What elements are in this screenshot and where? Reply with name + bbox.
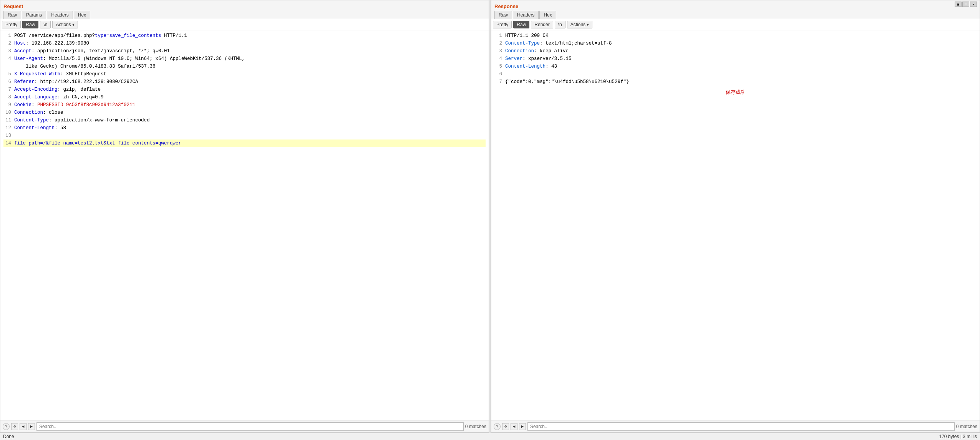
tab-raw-request[interactable]: Raw — [3, 11, 21, 19]
pretty-button-response[interactable]: Pretty — [493, 21, 512, 28]
request-line-1: 1 POST /service/app/files.php?type=save_… — [3, 32, 486, 40]
response-line-2: 2 Content-Type: text/html;charset=utf-8 — [494, 40, 977, 47]
request-line-4: 4 User-Agent: Mozilla/5.0 (Windows NT 10… — [3, 55, 486, 63]
tab-headers-request[interactable]: Headers — [47, 11, 73, 19]
match-count-response: 0 matches — [956, 424, 977, 429]
tile-button[interactable]: ▣ — [955, 2, 962, 7]
search-settings-button-request[interactable]: ⚙ — [11, 423, 18, 430]
status-right: 170 bytes | 3 millis — [939, 434, 977, 439]
request-tabs: Raw Params Headers Hex — [3, 11, 486, 19]
newline-button-response[interactable]: \n — [555, 21, 565, 28]
tab-headers-response[interactable]: Headers — [513, 11, 539, 19]
request-line-13: 13 — [3, 132, 486, 139]
request-line-5: 5 X-Requested-With: XMLHttpRequest — [3, 70, 486, 78]
request-line-6: 6 Referer: http://192.168.222.139:9080/C… — [3, 78, 486, 86]
request-line-10: 10 Connection: close — [3, 109, 486, 116]
match-count-request: 0 matches — [465, 424, 486, 429]
search-input-response[interactable] — [527, 422, 955, 431]
response-line-1: 1 HTTP/1.1 200 OK — [494, 32, 977, 40]
search-next-button-response[interactable]: ▶ — [519, 423, 526, 430]
request-line-2: 2 Host: 192.168.222.139:9080 — [3, 40, 486, 47]
request-line-9: 9 Cookie: PHPSESSID=9c53f8f8c903d9412a3f… — [3, 101, 486, 109]
actions-button-response[interactable]: Actions ▾ — [567, 21, 592, 28]
request-line-7: 7 Accept-Encoding: gzip, deflate — [3, 86, 486, 93]
search-settings-button-response[interactable]: ⚙ — [502, 423, 509, 430]
request-line-4b: like Gecko) Chrome/85.0.4183.83 Safari/5… — [3, 63, 486, 70]
request-content[interactable]: 1 POST /service/app/files.php?type=save_… — [0, 30, 489, 420]
request-line-11: 11 Content-Type: application/x-www-form-… — [3, 116, 486, 124]
status-left: Done — [3, 434, 14, 439]
request-line-3: 3 Accept: application/json, text/javascr… — [3, 47, 486, 55]
raw-button-request[interactable]: Raw — [22, 21, 38, 28]
request-search-bar: ? ⚙ ◀ ▶ 0 matches — [0, 420, 489, 432]
response-content[interactable]: 1 HTTP/1.1 200 OK 2 Content-Type: text/h… — [491, 30, 980, 420]
window-controls: ▣ — ✕ — [955, 2, 977, 7]
search-input-request[interactable] — [36, 422, 464, 431]
render-button-response[interactable]: Render — [531, 21, 553, 28]
search-next-button-request[interactable]: ▶ — [28, 423, 35, 430]
search-help-button-request[interactable]: ? — [3, 423, 10, 430]
response-line-4: 4 Server: xpserver/3.5.15 — [494, 55, 977, 63]
search-prev-button-response[interactable]: ◀ — [511, 423, 517, 430]
request-line-8: 8 Accept-Language: zh-CN,zh;q=0.9 — [3, 93, 486, 101]
pretty-button-request[interactable]: Pretty — [2, 21, 21, 28]
request-title: Request — [3, 2, 486, 11]
tab-raw-response[interactable]: Raw — [494, 11, 512, 19]
tab-hex-request[interactable]: Hex — [74, 11, 90, 19]
tab-params[interactable]: Params — [22, 11, 46, 19]
response-line-5: 5 Content-Length: 43 — [494, 63, 977, 70]
tab-hex-response[interactable]: Hex — [539, 11, 556, 19]
request-line-12: 12 Content-Length: 58 — [3, 124, 486, 132]
raw-button-response[interactable]: Raw — [513, 21, 529, 28]
status-bar: Done 170 bytes | 3 millis — [0, 433, 980, 440]
chevron-down-icon: ▾ — [72, 22, 75, 27]
response-line-3: 3 Connection: keep-alive — [494, 47, 977, 55]
response-header: Response Raw Headers Hex — [491, 0, 980, 19]
request-panel: Request Raw Params Headers Hex Pretty Ra… — [0, 0, 489, 433]
minimize-button[interactable]: — — [962, 2, 969, 7]
chinese-annotation: 保存成功 — [494, 89, 977, 96]
response-title: Response — [494, 2, 977, 11]
response-panel: Response Raw Headers Hex Pretty Raw Rend… — [491, 0, 980, 433]
request-line-14: 14 file_path=/&file_name=test2.txt&txt_f… — [3, 139, 486, 147]
chevron-down-icon-response: ▾ — [587, 22, 589, 27]
response-tabs: Raw Headers Hex — [494, 11, 977, 19]
response-line-6: 6 — [494, 70, 977, 78]
close-button[interactable]: ✕ — [970, 2, 977, 7]
request-header: Request Raw Params Headers Hex — [0, 0, 489, 19]
response-toolbar: Pretty Raw Render \n Actions ▾ — [491, 19, 980, 30]
search-help-button-response[interactable]: ? — [494, 423, 501, 430]
newline-button-request[interactable]: \n — [40, 21, 51, 28]
search-prev-button-request[interactable]: ◀ — [20, 423, 27, 430]
actions-button-request[interactable]: Actions ▾ — [52, 21, 78, 28]
request-toolbar: Pretty Raw \n Actions ▾ — [0, 19, 489, 30]
response-search-bar: ? ⚙ ◀ ▶ 0 matches — [491, 420, 980, 432]
response-line-7: 7 {"code":0,"msg":"\u4fdd\u5b58\u6210\u5… — [494, 78, 977, 86]
